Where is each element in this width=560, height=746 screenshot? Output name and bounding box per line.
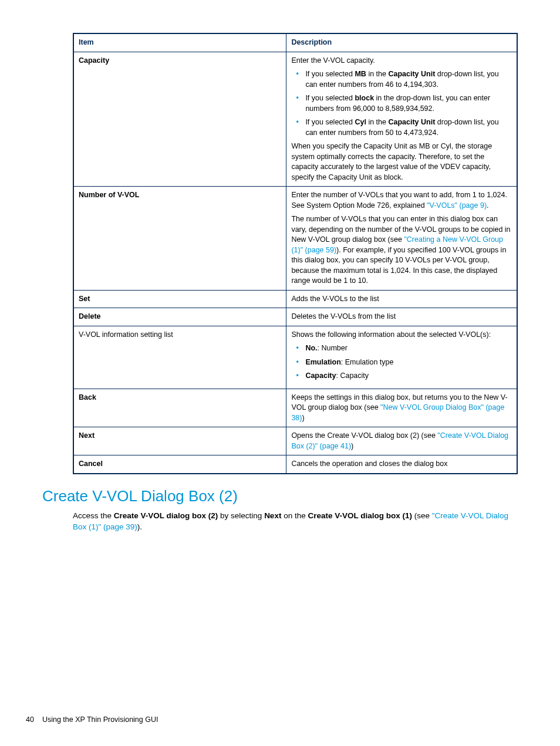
row-next-desc: Opens the Create V-VOL dialog box (2) (s… [286, 427, 517, 455]
col-header-item: Item [73, 33, 286, 52]
row-capacity-desc: Enter the V-VOL capacity. If you selecte… [286, 52, 517, 187]
list-item: If you selected block in the drop-down l… [299, 93, 512, 114]
text: The number of V-VOLs that you can enter … [291, 214, 512, 286]
row-vvolinfo-desc: Shows the following information about th… [286, 326, 517, 389]
row-capacity-item: Capacity [73, 52, 286, 187]
list-item: If you selected Cyl in the Capacity Unit… [299, 117, 512, 138]
row-back-item: Back [73, 389, 286, 427]
row-cancel-item: Cancel [73, 455, 286, 474]
text: Enter the V-VOL capacity. [291, 56, 512, 66]
row-next-item: Next [73, 427, 286, 455]
table-row: Back Keeps the settings in this dialog b… [73, 389, 517, 427]
table-row: Delete Deletes the V-VOLs from the list [73, 308, 517, 326]
table-row: Cancel Cancels the operation and closes … [73, 455, 517, 474]
page-number: 40 [26, 715, 34, 724]
text: Enter the number of V-VOLs that you want… [291, 190, 512, 211]
text: Shows the following information about th… [291, 330, 512, 340]
footer-title: Using the XP Thin Provisioning GUI [42, 715, 158, 724]
table-row: Number of V-VOL Enter the number of V-VO… [73, 187, 517, 291]
row-numvvol-item: Number of V-VOL [73, 187, 286, 291]
section-intro-paragraph: Access the Create V-VOL dialog box (2) b… [73, 510, 518, 533]
table-row: Capacity Enter the V-VOL capacity. If yo… [73, 52, 517, 187]
page-footer: 40Using the XP Thin Provisioning GUI [26, 715, 158, 724]
list-item: No.: Number [299, 343, 512, 354]
row-cancel-desc: Cancels the operation and closes the dia… [286, 455, 517, 474]
row-vvolinfo-item: V-VOL information setting list [73, 326, 286, 389]
row-delete-desc: Deletes the V-VOLs from the list [286, 308, 517, 326]
table-row: Next Opens the Create V-VOL dialog box (… [73, 427, 517, 455]
col-header-description: Description [286, 33, 517, 52]
table-row: V-VOL information setting list Shows the… [73, 326, 517, 389]
text: When you specify the Capacity Unit as MB… [291, 141, 512, 183]
table-row: Set Adds the V-VOLs to the list [73, 290, 517, 308]
row-numvvol-desc: Enter the number of V-VOLs that you want… [286, 187, 517, 291]
link-vvols-page9[interactable]: "V-VOLs" (page 9) [427, 201, 487, 210]
row-set-desc: Adds the V-VOLs to the list [286, 290, 517, 308]
item-description-table: Item Description Capacity Enter the V-VO… [73, 33, 518, 474]
list-item: Capacity: Capacity [299, 371, 512, 382]
list-item: If you selected MB in the Capacity Unit … [299, 69, 512, 90]
section-heading-create-vvol-dialog-2: Create V-VOL Dialog Box (2) [42, 487, 518, 505]
row-set-item: Set [73, 290, 286, 308]
row-delete-item: Delete [73, 308, 286, 326]
list-item: Emulation: Emulation type [299, 357, 512, 368]
row-back-desc: Keeps the settings in this dialog box, b… [286, 389, 517, 427]
